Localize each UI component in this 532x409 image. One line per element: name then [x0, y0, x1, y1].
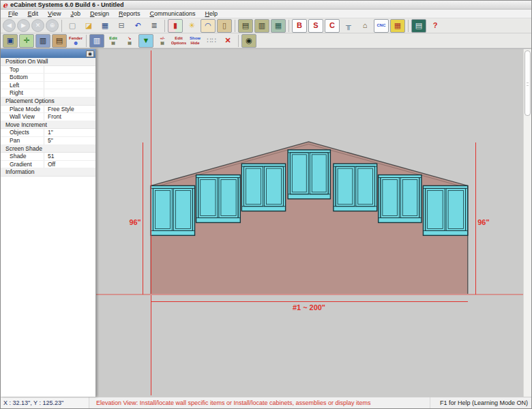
panel-pin-button[interactable]: ◉	[86, 50, 94, 57]
cabinet-3[interactable]	[241, 164, 285, 211]
adjust-cabinet-icon[interactable]: +/-▤	[155, 34, 170, 48]
cabinet-5[interactable]	[334, 164, 377, 211]
menu-item-reports[interactable]: Reports	[114, 10, 145, 17]
toolbar-separator	[408, 20, 409, 32]
display-options-icon[interactable]: ≣	[147, 19, 162, 33]
toolbar-main: ◀▶✕⊕▢◪▦⊟↶≣▮✳◠▯▤▥▦BSC╥⌂CNC▦▤?	[1, 18, 531, 33]
cabinet-part	[151, 185, 194, 235]
show-hide-icon[interactable]: ShowHide	[188, 34, 203, 48]
property-value[interactable]: 1"	[44, 129, 95, 136]
drop-item-icon[interactable]: ▼	[138, 34, 153, 48]
edit-cabinet-icon[interactable]: Edit▤	[106, 34, 121, 48]
property-row-pan: Pan5"	[1, 137, 95, 145]
snap-grid-icon[interactable]: ∷∷	[204, 34, 219, 48]
property-label: Pan	[1, 137, 44, 145]
cabinet-part	[241, 164, 285, 211]
save-icon[interactable]: ▦	[98, 19, 113, 33]
hardware-sparkle-icon[interactable]: ✳	[184, 19, 199, 33]
property-row-left: Left	[1, 82, 95, 90]
elevation-drawing[interactable]: 96"96"#1 ~ 200"	[96, 49, 523, 397]
property-row-shade: Shade51	[1, 153, 95, 161]
property-value[interactable]: 51	[44, 153, 95, 160]
cabinet-1[interactable]	[151, 185, 194, 235]
nav-back-icon[interactable]: ◀	[3, 19, 16, 32]
wall-view-icon[interactable]: ▥	[89, 34, 104, 48]
icon-label: ▤	[160, 41, 164, 46]
property-value[interactable]: Free Style	[44, 106, 95, 113]
property-value[interactable]: Off	[44, 161, 95, 168]
open-file-icon[interactable]: ◪	[81, 19, 96, 33]
property-value[interactable]: 5"	[44, 137, 95, 145]
menu-item-file[interactable]: File	[3, 10, 23, 17]
property-value[interactable]: Front	[44, 113, 95, 121]
menu-bar: FileEditViewJobDesignReportsCommunicatio…	[1, 10, 531, 18]
render-view-icon[interactable]: ▤	[411, 19, 426, 33]
property-value[interactable]	[44, 82, 95, 89]
menu-item-job[interactable]: Job	[65, 10, 85, 17]
application-window: e eCabinet Systems 6.0 Build 6 - Untitle…	[0, 0, 532, 409]
border-doc-icon[interactable]: B	[292, 19, 307, 33]
scrollbar-thumb[interactable]	[524, 50, 531, 116]
stretcher-doc-icon[interactable]: S	[308, 19, 323, 33]
locate-cabinet-icon[interactable]: ✛	[19, 34, 34, 48]
menu-item-help[interactable]: Help	[200, 10, 222, 17]
nav-stop-icon[interactable]: ✕	[31, 19, 44, 32]
menu-item-view[interactable]: View	[43, 10, 65, 17]
property-value[interactable]	[44, 74, 95, 81]
cabinet-part	[423, 185, 467, 235]
nav-refresh-icon[interactable]: ⊕	[46, 19, 59, 32]
content-area: ◉ Position On WallTopBottomLeftRightPlac…	[1, 48, 531, 397]
cabinet-part	[379, 175, 422, 223]
new-file-icon[interactable]: ▢	[65, 19, 80, 33]
icon-label: CNC	[377, 23, 386, 28]
base-cabinet-icon[interactable]: ▤	[52, 34, 67, 48]
icon-label: Options	[171, 41, 186, 46]
fender-globe-icon[interactable]: Fender◍	[68, 34, 83, 48]
cabinet-4[interactable]	[288, 150, 330, 199]
status-message: Elevation View: Install/locate wall spec…	[89, 397, 430, 408]
cabinet-part	[334, 164, 377, 211]
component-doc-icon[interactable]: C	[325, 19, 340, 33]
properties-panel: ◉ Position On WallTopBottomLeftRightPlac…	[1, 49, 96, 397]
cnc-icon[interactable]: CNC	[374, 19, 389, 33]
toolbar-separator	[164, 20, 165, 32]
countertop-curve-icon[interactable]: ◠	[201, 19, 216, 33]
move-cabinet-icon[interactable]: ↘▤	[122, 34, 137, 48]
property-label: Gradient	[1, 161, 44, 168]
menu-item-communications[interactable]: Communications	[145, 10, 200, 17]
delete-icon[interactable]: ✕	[220, 34, 235, 48]
materials-book-icon[interactable]: ▮	[168, 19, 183, 33]
toolbar-separator	[235, 20, 235, 32]
help-icon[interactable]: ?	[428, 19, 443, 33]
property-grid: Position On WallTopBottomLeftRightPlacem…	[1, 58, 95, 397]
place-cabinet-icon[interactable]: ▣	[3, 34, 18, 48]
menu-item-edit[interactable]: Edit	[23, 10, 44, 17]
elevation-canvas[interactable]: 96"96"#1 ~ 200"	[96, 49, 523, 397]
print-icon[interactable]: ⊟	[114, 19, 129, 33]
undo-icon[interactable]: ↶	[130, 19, 145, 33]
home-view-icon[interactable]: ⌂	[357, 19, 372, 33]
property-label: Objects	[1, 129, 44, 136]
wall-cabinet-icon[interactable]: ▥	[35, 34, 50, 48]
cabinet-texture-icon[interactable]: ▦	[271, 19, 286, 33]
section-header-information: Information	[1, 168, 95, 177]
property-value[interactable]	[44, 66, 95, 74]
window-title: eCabinet Systems 6.0 Build 6 - Untitled	[10, 1, 124, 8]
vertical-scrollbar[interactable]	[523, 49, 531, 397]
camera-snapshot-icon[interactable]: ◉	[241, 34, 256, 48]
menu-item-design[interactable]: Design	[85, 10, 114, 17]
cabinet-copy-icon[interactable]: ▥	[254, 19, 269, 33]
layout-grid-icon[interactable]: ▦	[390, 19, 405, 33]
nav-forward-icon[interactable]: ▶	[17, 19, 30, 32]
machine-tool-icon[interactable]: ╥	[341, 19, 356, 33]
cabinet-7[interactable]	[423, 185, 467, 235]
cabinet-6[interactable]	[379, 175, 422, 223]
edit-options-icon[interactable]: EditOptions	[171, 34, 186, 48]
cabinet-2[interactable]	[196, 175, 241, 223]
door-panel-icon[interactable]: ▯	[217, 19, 232, 33]
toolbar-cabinet: ▣✛▥▤Fender◍▥Edit▤↘▤▼+/-▤EditOptionsShowH…	[1, 33, 531, 48]
toolbar-separator	[289, 20, 289, 32]
property-value[interactable]	[44, 89, 95, 97]
cabinet-editor-icon[interactable]: ▤	[238, 19, 253, 33]
toolbar-separator	[238, 35, 239, 47]
